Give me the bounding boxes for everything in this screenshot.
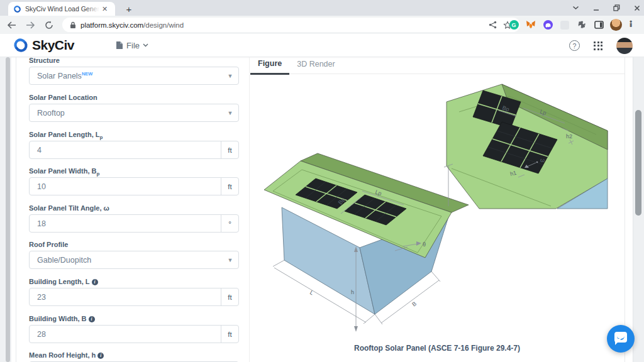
tab-close-icon[interactable]: ✕: [102, 6, 108, 13]
info-icon[interactable]: i: [92, 279, 98, 285]
grammarly-extension-icon[interactable]: G: [508, 19, 519, 31]
dim-label-B: B: [411, 300, 418, 308]
skyciv-favicon: [13, 5, 21, 13]
dim-label-L: L: [309, 289, 314, 296]
reload-icon[interactable]: [42, 18, 57, 33]
tab-figure[interactable]: Figure: [250, 59, 289, 75]
roof-profile-select[interactable]: Gable/Duopitch ▼: [29, 251, 239, 269]
window-menu-chevron-icon[interactable]: [572, 6, 579, 10]
forward-icon[interactable]: [23, 18, 38, 33]
rooftop-solar-figure: L B h θ Lp Bp: [252, 74, 634, 341]
select-caret-icon: ▼: [222, 110, 238, 116]
inactive-extension-icon[interactable]: [559, 19, 570, 31]
left-scrollbar-thumb[interactable]: [6, 57, 10, 362]
building-width-input[interactable]: 28 ft: [29, 325, 239, 343]
browser-toolbar: platform.skyciv.com/design/wind G: [0, 16, 644, 34]
panel-width-input[interactable]: 10 ft: [29, 177, 239, 195]
back-icon[interactable]: [4, 18, 19, 33]
panel-divider: [249, 57, 250, 362]
file-menu[interactable]: File: [116, 41, 148, 50]
app-header: SkyCiv File ?: [0, 34, 644, 57]
info-icon[interactable]: i: [89, 316, 95, 322]
unit-label: ft: [221, 326, 238, 343]
help-icon[interactable]: ?: [569, 40, 580, 51]
user-avatar[interactable]: [616, 38, 633, 54]
window-minimize-icon[interactable]: [593, 5, 599, 11]
window-close-icon[interactable]: [634, 5, 640, 11]
chat-launcher-button[interactable]: [607, 325, 635, 353]
metamask-extension-icon[interactable]: [525, 19, 536, 31]
figure-caption: Rooftop Solar Panel (ASCE 7-16 Figure 29…: [252, 344, 623, 353]
location-select[interactable]: Rooftop ▼: [29, 104, 239, 122]
building-length-input[interactable]: 23 ft: [29, 288, 239, 306]
dim-label-theta: θ: [423, 241, 426, 248]
figure-tab-bar: Figure 3D Render: [250, 57, 625, 74]
chat-bubble-icon: [614, 332, 627, 343]
right-scrollbar-thumb[interactable]: [635, 110, 641, 216]
new-tab-button[interactable]: +: [123, 3, 135, 15]
new-badge: NEW: [82, 71, 93, 77]
share-icon[interactable]: [485, 18, 500, 33]
browser-tab[interactable]: SkyCiv Wind Load Generator ✕: [8, 2, 115, 16]
dim-label-h: h: [351, 289, 354, 295]
skyciv-logo[interactable]: SkyCiv: [13, 37, 74, 53]
unit-label: ft: [221, 141, 238, 158]
unit-label: ft: [221, 288, 238, 305]
browser-tab-strip: SkyCiv Wind Load Generator ✕ +: [0, 0, 644, 16]
brand-name: SkyCiv: [32, 38, 74, 53]
file-icon: [116, 41, 123, 50]
side-panel-icon[interactable]: [593, 19, 604, 31]
inset-label-omega: ω: [540, 157, 545, 163]
inset-label-h2: h2: [566, 133, 572, 140]
panel-length-input[interactable]: 4 ft: [29, 141, 239, 159]
select-caret-icon: ▼: [222, 257, 238, 263]
browser-window: SkyCiv Wind Load Generator ✕ +: [0, 0, 644, 362]
info-icon[interactable]: i: [97, 353, 104, 359]
unit-label: ft: [221, 178, 238, 195]
lock-icon: [70, 21, 76, 29]
apps-grid-icon[interactable]: [594, 41, 602, 50]
tab-3d-render[interactable]: 3D Render: [289, 60, 342, 74]
url-text[interactable]: platform.skyciv.com/design/wind: [80, 21, 485, 29]
select-caret-icon: ▼: [222, 73, 238, 79]
omnibox[interactable]: platform.skyciv.com/design/wind: [62, 18, 520, 32]
chrome-profile-avatar[interactable]: [610, 19, 622, 31]
skyciv-logo-icon: [13, 37, 29, 53]
field-label: Structure: [29, 57, 60, 64]
window-restore-icon[interactable]: [613, 4, 620, 11]
chevron-down-icon: [143, 43, 148, 47]
extensions-puzzle-icon[interactable]: [576, 19, 587, 31]
structure-select[interactable]: Solar PanelsNEW ▼: [29, 67, 239, 85]
tab-title: SkyCiv Wind Load Generator: [25, 5, 99, 13]
left-divider: [16, 57, 16, 362]
unit-label: °: [221, 215, 238, 232]
chrome-menu-kebab-icon[interactable]: •••: [628, 21, 634, 28]
phantom-extension-icon[interactable]: [542, 19, 553, 31]
tilt-angle-input[interactable]: 18 °: [29, 214, 239, 233]
